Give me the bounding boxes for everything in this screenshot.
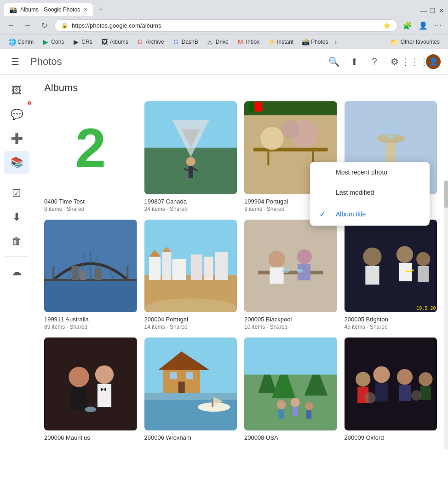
sort-label-most-recent: Most recent photo (336, 169, 387, 176)
bookmark-photos[interactable]: 📸 Photos (298, 37, 332, 47)
bookmark-cons[interactable]: ▶ Cons (38, 37, 68, 47)
sort-option-last-modified[interactable]: Last modified (310, 182, 430, 203)
sort-option-album-title[interactable]: ✓ Album title (310, 203, 430, 226)
album-title-199807-canada: 199807 Canada (144, 198, 237, 205)
new-tab-button[interactable]: + (95, 3, 107, 16)
svg-point-109 (411, 390, 421, 401)
album-item-200006-wroxham[interactable]: 200006 Wroxham (144, 338, 237, 442)
other-favourites-button[interactable]: 📁 Other favourites (386, 37, 443, 47)
apps-button[interactable]: ⋮⋮⋮ (406, 52, 424, 71)
album-thumb-200006-mauritius (44, 338, 137, 431)
svg-rect-80 (170, 372, 177, 379)
sidebar-item-trash[interactable]: 🗑 (4, 230, 29, 253)
svg-rect-10 (253, 148, 327, 151)
svg-point-58 (363, 247, 381, 266)
album-thumb-199911-australia (44, 220, 137, 313)
bookmark-drive-icon: △ (207, 38, 214, 46)
bookmark-crs-label: CRs (81, 39, 92, 45)
sidebar-item-create[interactable]: ➕ (4, 127, 29, 150)
tab-title: Albums - Google Photos (20, 6, 80, 13)
sidebar-item-albums[interactable]: 📚 (4, 151, 29, 174)
bookmark-albums[interactable]: 🖼 Albums (97, 37, 132, 47)
svg-rect-91 (244, 338, 337, 375)
album-item-200006-mauritius[interactable]: 200006 Mauritius (44, 338, 137, 442)
bookmark-drive[interactable]: △ Drive (203, 37, 232, 47)
menu-button[interactable]: ⋯ (432, 19, 443, 32)
extensions-button[interactable]: 🧩 (401, 19, 414, 32)
archive-util-icon: ⬇ (12, 211, 21, 223)
album-title-199911-australia: 199911 Australia (44, 316, 137, 323)
address-bar[interactable]: 🔒 https://photos.google.com/albums ⭐ (54, 19, 397, 32)
svg-rect-63 (418, 266, 429, 282)
album-item-200005-brighton[interactable]: 19.5.20 200005 Brighton 45 items · Share… (345, 220, 437, 331)
svg-rect-68 (71, 387, 86, 410)
album-meta-200005-blackpool: 10 items · Shared (244, 324, 337, 330)
svg-rect-61 (399, 262, 412, 281)
scrollbar-track[interactable] (444, 180, 448, 449)
svg-point-60 (396, 246, 413, 262)
album-title-200006-wroxham: 200006 Wroxham (144, 434, 237, 441)
bookmark-comm[interactable]: 🌐 Comm (5, 37, 37, 47)
forward-button[interactable]: → (21, 19, 34, 32)
sort-option-most-recent[interactable]: Most recent photo (310, 162, 430, 182)
sidebar-item-utilities[interactable]: ☑ (4, 182, 29, 205)
user-avatar[interactable]: 👤 (426, 54, 441, 69)
bookmarks-bar: 🌐 Comm ▶ Cons ▶ CRs 🖼 Albums G Archive G… (0, 35, 448, 49)
svg-point-106 (419, 372, 432, 386)
album-item-199807-canada[interactable]: 199807 Canada 24 items · Shared (144, 101, 237, 212)
help-button[interactable]: ? (365, 52, 384, 71)
albums-grid: 2 0400 Time Test 8 items · Shared (44, 101, 437, 442)
app-body: 🖼 💬 1 ➕ 📚 ☑ ⬇ 🗑 ☁ Albums (0, 75, 448, 449)
bookmark-cons-icon: ▶ (42, 38, 49, 46)
browser-chrome: 📸 Albums - Google Photos × + — ❐ ✕ ← → ↻… (0, 0, 448, 49)
svg-point-4 (186, 157, 195, 166)
bookmark-instant-icon: ⚡ (268, 38, 275, 46)
bookmark-crs[interactable]: ▶ CRs (69, 37, 96, 47)
svg-rect-23 (44, 279, 137, 312)
bookmark-inbox[interactable]: M Inbox (233, 37, 263, 47)
main-content: Albums 2 0400 Time Test 8 items · Shared (33, 75, 448, 449)
sidebar-item-backup[interactable]: ☁ (4, 261, 29, 284)
sharing-icon: 💬 (11, 109, 23, 121)
album-thumb-200009-oxford (345, 338, 437, 431)
tab-close-button[interactable]: × (84, 6, 87, 13)
sidebar-item-sharing[interactable]: 💬 1 (4, 103, 29, 126)
svg-point-73 (85, 407, 96, 412)
more-bookmarks-button[interactable]: › (333, 37, 339, 47)
upload-button[interactable]: ⬆ (345, 52, 363, 71)
refresh-button[interactable]: ↻ (38, 19, 51, 32)
album-item-200004-portugal[interactable]: 200004 Portugal 14 items · Shared (144, 220, 237, 331)
album-item-0400-time[interactable]: 2 0400 Time Test 8 items · Shared (44, 101, 137, 212)
sidebar-item-photos[interactable]: 🖼 (4, 79, 29, 102)
minimize-button[interactable]: — (420, 7, 426, 12)
restore-button[interactable]: ❐ (430, 7, 435, 12)
album-item-200008-usa[interactable]: 200008 USA (244, 338, 337, 442)
close-button[interactable]: ✕ (439, 7, 444, 12)
album-item-199911-australia[interactable]: 199911 Australia 89 items · Shared (44, 220, 137, 331)
svg-rect-59 (365, 266, 379, 284)
back-button[interactable]: ← (5, 19, 17, 32)
bookmark-instant[interactable]: ⚡ Instant (264, 37, 297, 47)
svg-rect-105 (399, 385, 411, 401)
album-title-200005-brighton: 200005 Brighton (345, 316, 437, 323)
star-icon[interactable]: ⭐ (383, 22, 391, 29)
profile-button[interactable]: 👤 (417, 19, 430, 32)
album-item-200009-oxford[interactable]: 200009 Oxford (345, 338, 437, 442)
album-item-200005-blackpool[interactable]: 200005 Blackpool 10 items · Shared (244, 220, 337, 331)
sort-check-album-title: ✓ (319, 209, 330, 219)
lock-icon: 🔒 (61, 22, 68, 29)
scrollbar-thumb[interactable] (444, 180, 448, 208)
sidebar-item-archive-util[interactable]: ⬇ (4, 206, 29, 229)
active-tab[interactable]: 📸 Albums - Google Photos × (4, 3, 93, 16)
svg-point-67 (69, 367, 89, 387)
photos-icon: 🖼 (11, 85, 22, 97)
bookmark-archive[interactable]: G Archive (133, 37, 168, 47)
bookmark-comm-label: Comm (17, 39, 34, 45)
svg-point-54 (282, 268, 290, 273)
search-button[interactable]: 🔍 (325, 52, 343, 71)
search-icon: 🔍 (328, 56, 340, 67)
bookmark-dashb[interactable]: G DashB (169, 37, 202, 47)
hamburger-menu-button[interactable]: ☰ (7, 52, 23, 71)
album-thumb-200005-blackpool (244, 220, 337, 313)
svg-rect-75 (144, 398, 237, 431)
